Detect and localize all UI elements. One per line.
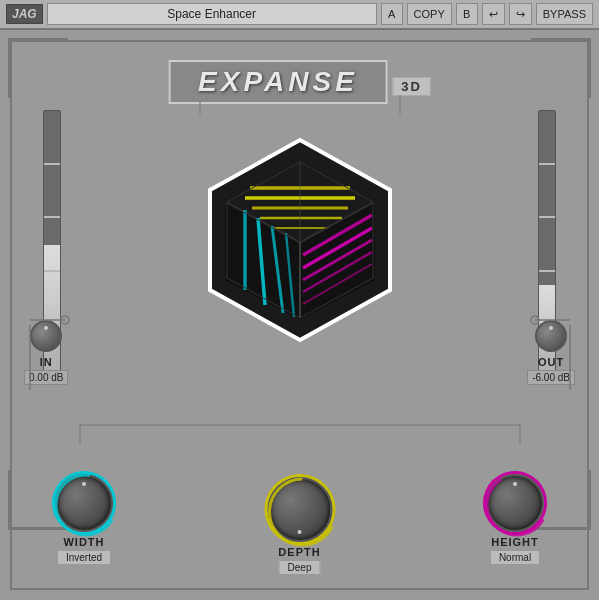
top-bar: JAG Space Enhancer A COPY B ↩ ↪ BYPASS: [0, 0, 599, 30]
out-knob-indicator: [549, 326, 553, 330]
in-knob[interactable]: [30, 320, 62, 352]
btn-b[interactable]: B: [456, 3, 478, 25]
depth-knob-container: DEPTH Deep: [267, 477, 332, 575]
corner-tr: [531, 38, 591, 98]
depth-arc: [263, 473, 341, 551]
vu-line-right-1: [539, 163, 555, 165]
btn-redo[interactable]: ↪: [509, 3, 532, 25]
cube-svg: [190, 130, 410, 350]
in-label: IN: [40, 356, 53, 368]
svg-point-24: [269, 479, 335, 545]
width-indicator: [82, 482, 86, 486]
btn-undo[interactable]: ↩: [482, 3, 505, 25]
depth-knob[interactable]: [267, 477, 332, 542]
svg-point-23: [56, 475, 116, 535]
corner-tl: [8, 38, 68, 98]
height-knob-container: HEIGHT Normal: [486, 474, 544, 565]
depth-badge: Deep: [279, 560, 321, 575]
out-label: OUT: [538, 356, 564, 368]
out-value: -6.00 dB: [527, 370, 575, 385]
depth-indicator: [298, 530, 302, 534]
width-knob[interactable]: [55, 474, 113, 532]
vu-line-left-2: [44, 216, 60, 218]
plugin-title: EXPANSE: [198, 66, 358, 97]
plugin-subtitle: 3D: [392, 77, 431, 96]
height-badge: Normal: [490, 550, 540, 565]
vu-line-left-3: [44, 270, 60, 272]
svg-point-25: [487, 475, 547, 535]
in-knob-indicator: [44, 326, 48, 330]
height-indicator: [513, 482, 517, 486]
btn-bypass[interactable]: BYPASS: [536, 3, 593, 25]
vu-line-left-1: [44, 163, 60, 165]
in-knob-container: IN 0.00 dB: [24, 320, 68, 385]
in-value: 0.00 dB: [24, 370, 68, 385]
height-arc: [482, 470, 552, 540]
height-knob[interactable]: [486, 474, 544, 532]
out-knob-container: OUT -6.00 dB: [527, 320, 575, 385]
main-panel: EXPANSE 3D: [0, 30, 599, 600]
btn-copy[interactable]: COPY: [407, 3, 452, 25]
title-area: EXPANSE 3D: [168, 60, 431, 104]
btn-a[interactable]: A: [381, 3, 403, 25]
width-badge: Inverted: [57, 550, 111, 565]
width-knob-container: WIDTH Inverted: [55, 474, 113, 565]
width-arc: [51, 470, 121, 540]
preset-name-display[interactable]: Space Enhancer: [47, 3, 377, 25]
vu-line-right-2: [539, 216, 555, 218]
vu-line-right-3: [539, 270, 555, 272]
logo: JAG: [6, 4, 43, 24]
cube-visualization: [190, 130, 410, 350]
out-knob[interactable]: [535, 320, 567, 352]
title-box: EXPANSE: [168, 60, 388, 104]
